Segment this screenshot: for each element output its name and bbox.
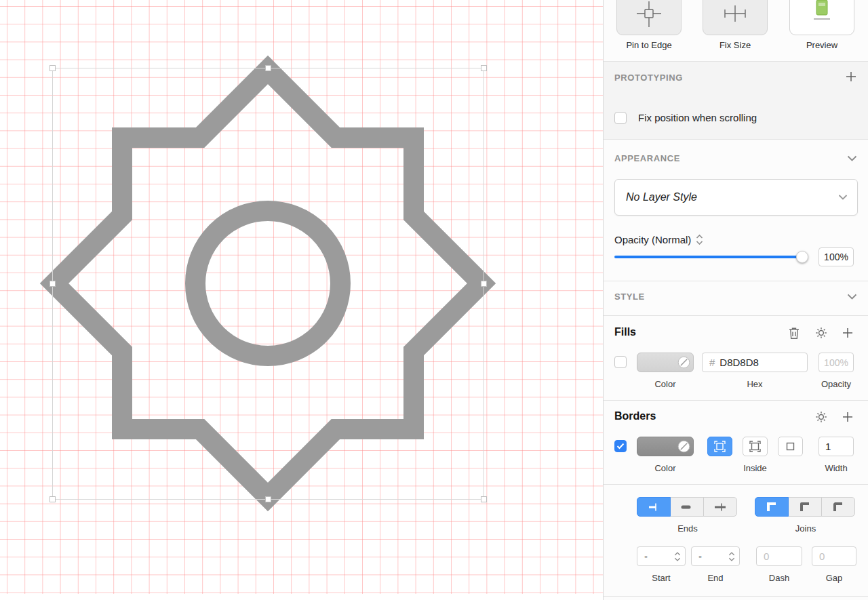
borders-enabled-checkbox[interactable]	[614, 440, 627, 452]
dash-value: 0	[764, 551, 769, 562]
appearance-title: APPEARANCE	[614, 153, 680, 163]
fills-plus-icon[interactable]	[842, 327, 854, 339]
border-position-outside-button[interactable]	[778, 437, 803, 456]
border-color-column-label: Color	[637, 463, 694, 473]
preview-button[interactable]	[789, 0, 854, 35]
dash-column-label: Dash	[756, 573, 802, 583]
opacity-label: Opacity (Normal)	[614, 234, 691, 245]
selection-handle[interactable]	[266, 66, 271, 71]
dash-field[interactable]: 0	[756, 546, 802, 566]
horizontal-scrollbar-track[interactable]	[0, 594, 603, 600]
borders-title: Borders	[614, 410, 656, 422]
end-column-label: End	[691, 573, 740, 583]
selection-handle[interactable]	[481, 66, 487, 71]
round-join-icon	[800, 502, 810, 512]
join-bevel-button[interactable]	[821, 497, 855, 517]
fill-hex-field[interactable]: # D8D8D8	[702, 353, 808, 372]
fill-hex-value: D8D8D8	[719, 357, 759, 368]
fills-gear-icon[interactable]	[814, 326, 828, 340]
joins-segmented-control	[755, 497, 855, 517]
divider	[604, 484, 868, 485]
divider	[604, 596, 868, 597]
fills-trash-icon[interactable]	[788, 326, 800, 340]
arrow-start-value: -	[644, 551, 674, 562]
preview-icon	[808, 0, 835, 31]
borders-gear-icon[interactable]	[814, 410, 828, 424]
opacity-slider-track[interactable]	[614, 256, 808, 258]
preview-action[interactable]: Preview	[789, 0, 854, 61]
opacity-slider-thumb[interactable]	[796, 251, 808, 263]
fix-size-button[interactable]	[703, 0, 768, 35]
fill-opacity-field[interactable]: 100%	[818, 353, 854, 372]
layer-style-value: No Layer Style	[626, 191, 838, 203]
selection-handle[interactable]	[50, 66, 56, 71]
fix-size-icon	[722, 0, 749, 31]
fill-color-swatch[interactable]	[637, 353, 694, 372]
border-width-field[interactable]: 1	[818, 437, 854, 456]
add-prototype-icon[interactable]	[845, 71, 857, 83]
fix-position-label: Fix position when scrolling	[638, 112, 757, 124]
bevel-join-icon	[833, 502, 844, 512]
divider	[604, 281, 868, 281]
end-cap-butt-button[interactable]	[637, 497, 671, 517]
borders-plus-icon[interactable]	[842, 411, 854, 423]
style-title: STYLE	[614, 292, 645, 302]
divider	[604, 315, 868, 316]
checkmark-icon	[616, 443, 625, 449]
style-chevron-down-icon[interactable]	[847, 294, 857, 300]
ends-label: Ends	[637, 523, 738, 534]
divider	[604, 139, 868, 140]
border-inside-icon	[749, 441, 761, 452]
arrow-end-value: -	[698, 551, 728, 562]
opacity-stepper-icon[interactable]	[696, 235, 703, 245]
join-miter-button[interactable]	[755, 497, 789, 517]
joins-label: Joins	[755, 523, 856, 534]
preview-label: Preview	[789, 40, 854, 50]
pin-to-edge-button[interactable]	[616, 0, 682, 35]
sketch-app-window: Pin to Edge Fix Size Preview	[0, 0, 868, 600]
border-position-center-button[interactable]	[707, 437, 732, 456]
border-outside-icon	[785, 441, 796, 452]
arrow-end-dropdown[interactable]: -	[691, 546, 740, 566]
selection-handle[interactable]	[481, 281, 487, 287]
selection-handle[interactable]	[481, 497, 487, 502]
layer-style-chevron-down-icon	[838, 195, 848, 201]
border-position-inside-button[interactable]	[743, 437, 768, 456]
appearance-chevron-down-icon[interactable]	[847, 155, 857, 162]
selection-handle[interactable]	[266, 497, 271, 502]
border-width-value: 1	[825, 441, 831, 452]
pin-to-edge-action[interactable]: Pin to Edge	[616, 0, 682, 61]
pin-to-edge-icon	[635, 0, 663, 31]
prototyping-title: PROTOTYPING	[614, 73, 683, 83]
hex-prefix: #	[709, 357, 715, 368]
gap-column-label: Gap	[812, 573, 856, 583]
end-cap-projecting-button[interactable]	[703, 497, 737, 517]
opacity-value: 100%	[824, 252, 848, 262]
opacity-value-field[interactable]: 100%	[818, 247, 854, 266]
fills-enabled-checkbox[interactable]	[614, 356, 627, 368]
border-color-swatch[interactable]	[637, 437, 694, 456]
round-cap-icon	[680, 502, 694, 512]
border-position-column-label: Inside	[707, 463, 803, 473]
selection-handle[interactable]	[50, 497, 56, 502]
gap-field[interactable]: 0	[812, 546, 856, 566]
canvas[interactable]	[0, 0, 603, 600]
resizing-actions-row: Pin to Edge Fix Size Preview	[604, 0, 868, 61]
selection-handle[interactable]	[50, 281, 56, 287]
ends-segmented-control	[637, 497, 737, 517]
end-cap-round-button[interactable]	[670, 497, 704, 517]
opacity-row: Opacity (Normal)	[614, 234, 703, 245]
start-stepper-icon	[674, 552, 681, 561]
join-round-button[interactable]	[788, 497, 822, 517]
gap-value: 0	[819, 551, 825, 562]
fix-position-checkbox[interactable]	[614, 112, 627, 124]
fix-size-action[interactable]: Fix Size	[703, 0, 768, 61]
fix-size-label: Fix Size	[703, 40, 768, 50]
arrow-start-dropdown[interactable]: -	[637, 546, 686, 566]
prototyping-section: PROTOTYPING Fix position when scrolling	[604, 62, 868, 139]
fills-title: Fills	[614, 326, 636, 338]
layer-style-dropdown[interactable]: No Layer Style	[614, 179, 858, 216]
fill-color-column-label: Color	[637, 379, 694, 389]
border-width-column-label: Width	[813, 463, 859, 473]
projecting-cap-icon	[713, 502, 727, 512]
